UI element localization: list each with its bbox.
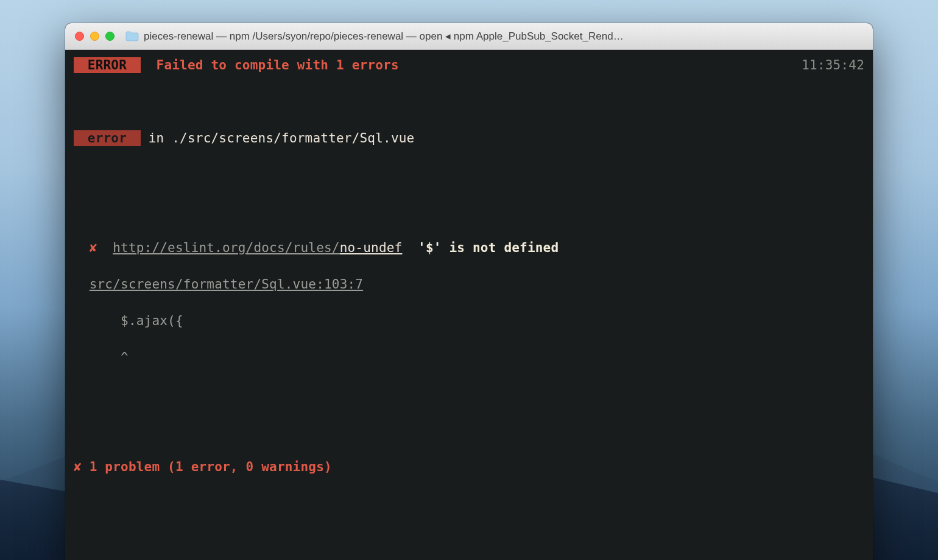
lint-msg: '$' is not defined — [402, 240, 559, 255]
code-line: $.ajax({ — [74, 313, 183, 328]
problem-summary: 1 problem (1 error, 0 warnings) — [82, 460, 332, 474]
maximize-button[interactable] — [105, 32, 115, 41]
file-location[interactable]: src/screens/formatter/Sql.vue:103:7 — [90, 277, 364, 292]
close-button[interactable] — [75, 32, 84, 41]
cross-icon: ✘ — [90, 240, 97, 255]
compile-error-msg: Failed to compile with 1 errors — [157, 58, 399, 72]
window-title: pieces-renewal — npm /Users/syon/repo/pi… — [144, 30, 863, 43]
error-badge: ERROR — [74, 57, 141, 73]
error-badge-lower: error — [74, 130, 141, 146]
in-word: in — [141, 131, 172, 145]
traffic-lights — [75, 32, 115, 41]
minimize-button[interactable] — [90, 32, 99, 41]
error-file: ./src/screens/formatter/Sql.vue — [172, 131, 414, 145]
window-titlebar[interactable]: pieces-renewal — npm /Users/syon/repo/pi… — [65, 23, 873, 50]
timestamp: 11:35:42 — [802, 56, 864, 74]
caret-line: ^ — [74, 350, 129, 365]
eslint-url[interactable]: http://eslint.org/docs/rules/ — [113, 240, 339, 255]
terminal-window: pieces-renewal — npm /Users/syon/repo/pi… — [65, 23, 873, 560]
terminal-content[interactable]: ERROR Failed to compile with 1 errors11:… — [65, 50, 873, 560]
eslint-rule[interactable]: no-undef — [340, 240, 403, 255]
cross-icon: ✘ — [74, 460, 82, 474]
folder-icon — [125, 31, 139, 41]
